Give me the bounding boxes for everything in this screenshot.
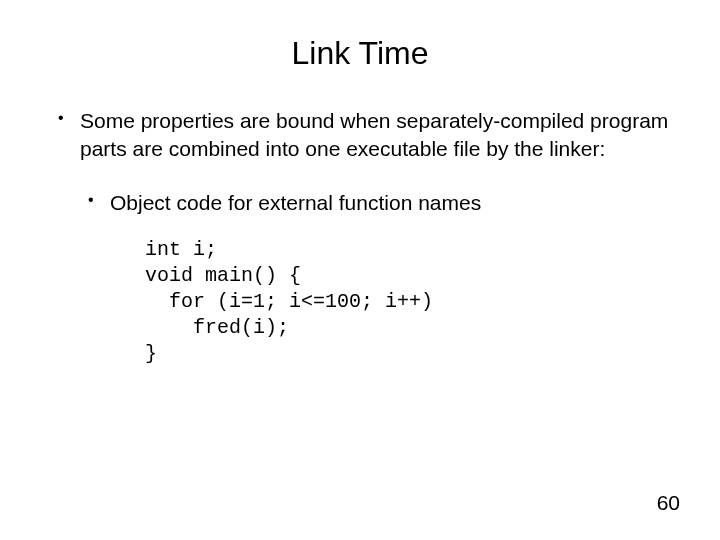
main-bullet: Some properties are bound when separatel… bbox=[50, 107, 670, 164]
code-block: int i; void main() { for (i=1; i<=100; i… bbox=[145, 237, 670, 367]
sub-bullet: Object code for external function names bbox=[50, 189, 670, 217]
bullet-list: Some properties are bound when separatel… bbox=[50, 107, 670, 217]
page-title: Link Time bbox=[50, 35, 670, 72]
page-number: 60 bbox=[657, 491, 680, 515]
